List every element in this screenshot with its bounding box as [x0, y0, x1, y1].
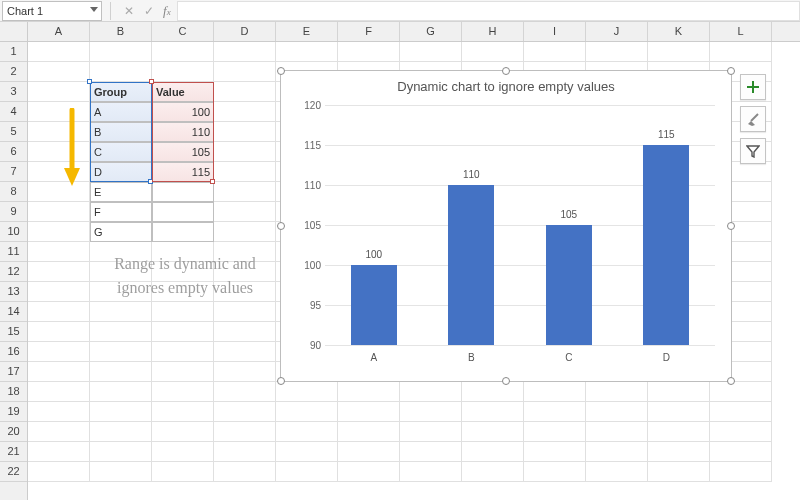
cell[interactable] [400, 42, 462, 62]
cell[interactable] [214, 122, 276, 142]
cell[interactable]: Value [152, 82, 214, 102]
cell[interactable] [28, 322, 90, 342]
cell[interactable] [90, 422, 152, 442]
chart-filters-button[interactable] [740, 138, 766, 164]
chart-plot-area[interactable]: 9095100105110115120100A110B105C115D [325, 105, 715, 345]
cell[interactable] [152, 62, 214, 82]
cell[interactable] [338, 382, 400, 402]
cell[interactable] [152, 222, 214, 242]
cell[interactable] [524, 442, 586, 462]
cell[interactable] [710, 42, 772, 62]
cell[interactable]: Group [90, 82, 152, 102]
cell[interactable] [28, 402, 90, 422]
cell[interactable] [28, 442, 90, 462]
cell[interactable] [524, 422, 586, 442]
cell[interactable] [214, 442, 276, 462]
cell[interactable] [648, 402, 710, 422]
cell[interactable] [152, 302, 214, 322]
cell[interactable]: A [90, 102, 152, 122]
cell[interactable] [462, 462, 524, 482]
cell[interactable] [462, 42, 524, 62]
cell[interactable]: E [90, 182, 152, 202]
cell[interactable] [28, 202, 90, 222]
cell[interactable] [648, 382, 710, 402]
cell[interactable] [214, 422, 276, 442]
worksheet-grid[interactable]: 12345678910111213141516171819202122 Grou… [0, 42, 800, 500]
row-header[interactable]: 1 [0, 42, 27, 62]
cell[interactable] [338, 422, 400, 442]
cell[interactable] [710, 382, 772, 402]
cell[interactable] [648, 42, 710, 62]
cell[interactable] [90, 342, 152, 362]
row-header[interactable]: 6 [0, 142, 27, 162]
resize-handle[interactable] [727, 222, 735, 230]
row-header[interactable]: 5 [0, 122, 27, 142]
cell[interactable]: 115 [152, 162, 214, 182]
cell[interactable] [152, 362, 214, 382]
cell[interactable] [28, 302, 90, 322]
cell[interactable] [586, 382, 648, 402]
cell[interactable] [400, 422, 462, 442]
cell[interactable] [214, 202, 276, 222]
column-header[interactable]: A [28, 22, 90, 41]
column-header[interactable]: E [276, 22, 338, 41]
cell[interactable] [90, 462, 152, 482]
cell[interactable] [586, 422, 648, 442]
cell[interactable] [214, 42, 276, 62]
cell[interactable] [214, 82, 276, 102]
row-header[interactable]: 8 [0, 182, 27, 202]
cell[interactable] [28, 62, 90, 82]
bar[interactable]: 105 [546, 225, 592, 345]
row-header[interactable]: 12 [0, 262, 27, 282]
cell[interactable] [90, 42, 152, 62]
cell[interactable] [28, 82, 90, 102]
cell[interactable] [338, 442, 400, 462]
column-header[interactable]: J [586, 22, 648, 41]
cell[interactable] [28, 422, 90, 442]
cell[interactable] [28, 262, 90, 282]
row-header[interactable]: 4 [0, 102, 27, 122]
cell[interactable] [214, 222, 276, 242]
cell[interactable] [28, 222, 90, 242]
column-header[interactable]: G [400, 22, 462, 41]
chart-elements-button[interactable] [740, 74, 766, 100]
resize-handle[interactable] [502, 67, 510, 75]
cell[interactable] [586, 462, 648, 482]
cell[interactable] [28, 42, 90, 62]
cell[interactable]: 100 [152, 102, 214, 122]
row-header[interactable]: 22 [0, 462, 27, 482]
cell[interactable] [710, 402, 772, 422]
cell[interactable] [524, 42, 586, 62]
cell[interactable] [462, 402, 524, 422]
column-header[interactable]: D [214, 22, 276, 41]
cell[interactable] [400, 462, 462, 482]
resize-handle[interactable] [277, 67, 285, 75]
row-header[interactable]: 15 [0, 322, 27, 342]
cell[interactable] [462, 442, 524, 462]
row-header[interactable]: 3 [0, 82, 27, 102]
resize-handle[interactable] [277, 222, 285, 230]
cell[interactable] [524, 382, 586, 402]
cell[interactable] [462, 382, 524, 402]
column-header[interactable]: F [338, 22, 400, 41]
column-header[interactable]: I [524, 22, 586, 41]
cell[interactable] [152, 382, 214, 402]
cell[interactable] [586, 42, 648, 62]
cell[interactable] [648, 462, 710, 482]
cell[interactable] [152, 322, 214, 342]
column-header[interactable]: H [462, 22, 524, 41]
cell[interactable] [462, 422, 524, 442]
row-header[interactable]: 10 [0, 222, 27, 242]
row-header[interactable]: 17 [0, 362, 27, 382]
cells-area[interactable]: GroupValueA100B110C105D115EFG Range is d… [28, 42, 800, 500]
resize-handle[interactable] [727, 67, 735, 75]
cell[interactable] [400, 402, 462, 422]
cell[interactable] [152, 462, 214, 482]
cell[interactable] [710, 442, 772, 462]
cell[interactable] [214, 322, 276, 342]
cell[interactable] [152, 42, 214, 62]
row-header[interactable]: 13 [0, 282, 27, 302]
cell[interactable] [276, 442, 338, 462]
cell[interactable] [152, 442, 214, 462]
cell[interactable] [214, 362, 276, 382]
